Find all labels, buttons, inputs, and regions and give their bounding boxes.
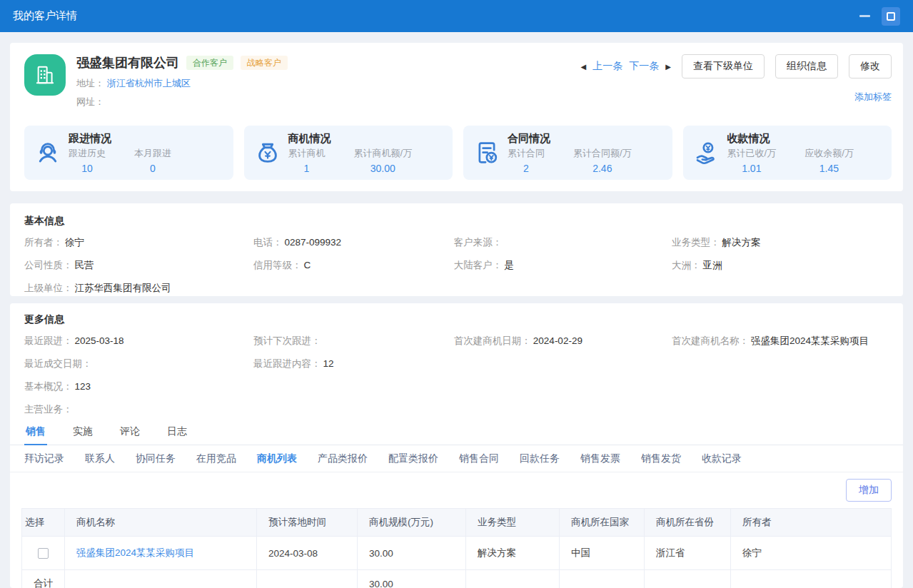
- subtab-payment-tasks[interactable]: 回款任务: [520, 452, 560, 465]
- table-row: 强盛集团2024某某采购项目 2024-03-08 30.00 解决方案 中国 …: [22, 537, 892, 570]
- field-basic-overview: 基本概况：123: [24, 380, 889, 393]
- subtab-collab-tasks[interactable]: 协同任务: [136, 452, 176, 465]
- field-last-follow: 最近跟进：2025-03-18: [24, 334, 253, 348]
- metric-month-follow: 本月跟进 0: [134, 147, 171, 174]
- stat-cards-row: 跟进情况 跟进历史 10 本月跟进 0: [24, 126, 892, 180]
- headset-person-icon: [34, 139, 61, 166]
- card-title: 商机情况: [288, 132, 413, 146]
- cell-owner: 徐宁: [731, 537, 892, 570]
- cell-business-type: 解决方案: [466, 537, 560, 570]
- tab-comments[interactable]: 评论: [118, 420, 141, 445]
- subtab-contacts[interactable]: 联系人: [85, 452, 115, 465]
- org-info-button[interactable]: 组织信息: [775, 54, 838, 78]
- metric-total-received: 累计已收/万 1.01: [727, 147, 777, 174]
- tag-strategic-customer: 战略客户: [241, 56, 288, 70]
- building-icon: [34, 64, 56, 86]
- field-mainland-customer: 大陆客户：是: [454, 258, 672, 272]
- tab-implementation[interactable]: 实施: [71, 420, 94, 445]
- metric-total-contracts: 累计合同 2: [508, 147, 545, 174]
- subtab-opportunity-list[interactable]: 商机列表: [257, 452, 297, 465]
- cell-expected-date: 2024-03-08: [257, 537, 358, 570]
- field-business-type: 业务类型：解决方案: [672, 235, 889, 249]
- company-summary: 强盛集团有限公司 合作客户 战略客户 地址： 浙江省杭州市上城区 网址： ◀ 上…: [24, 54, 892, 108]
- field-customer-source: 客户来源：: [454, 235, 672, 249]
- subtab-sales-invoices[interactable]: 销售发票: [580, 452, 620, 465]
- prev-arrow-icon[interactable]: ◀: [581, 63, 587, 71]
- field-owner: 所有者：徐宁: [24, 235, 253, 249]
- card-title: 收款情况: [727, 132, 854, 146]
- row-checkbox[interactable]: [38, 548, 49, 559]
- address-link[interactable]: 浙江省杭州市上城区: [107, 78, 191, 88]
- contract-icon: [473, 139, 500, 166]
- field-credit-rating: 信用等级：C: [253, 258, 454, 272]
- field-first-opportunity-name: 首次建商机名称：强盛集团2024某某采购项目: [672, 334, 889, 348]
- tab-logs[interactable]: 日志: [166, 420, 188, 445]
- opportunity-table: 选择 商机名称 预计落地时间 商机规模(万元) 业务类型 商机所在国家 商机所在…: [21, 508, 892, 588]
- field-first-opportunity-date: 首次建商机日期：2024-02-29: [454, 334, 672, 348]
- total-scale: 30.00: [358, 570, 466, 588]
- tab-sales[interactable]: 销售: [24, 420, 47, 445]
- col-expected-date: 预计落地时间: [257, 509, 358, 537]
- stat-card-payment: 收款情况 累计已收/万 1.01 应收余额/万 1.45: [683, 126, 892, 180]
- field-main-business: 主营业务：: [24, 402, 889, 416]
- total-label: 合计: [22, 570, 65, 588]
- company-name: 强盛集团有限公司: [76, 54, 179, 71]
- basic-info-panel: 基本信息 所有者：徐宁 电话：0287-099932 客户来源： 业务类型：解决…: [10, 203, 903, 296]
- hand-coin-icon: [693, 139, 720, 166]
- minimize-icon[interactable]: [859, 15, 870, 17]
- cell-province: 浙江省: [645, 537, 731, 570]
- subtab-config-quotes[interactable]: 配置类报价: [388, 452, 438, 465]
- metric-total-opportunity-amount: 累计商机额/万 30.00: [354, 147, 413, 174]
- stat-card-opportunity: 商机情况 累计商机 1 累计商机额/万 30.00: [244, 126, 453, 180]
- maximize-icon[interactable]: [882, 7, 900, 26]
- add-tag-link[interactable]: 添加标签: [854, 91, 892, 102]
- col-country: 商机所在国家: [560, 509, 645, 537]
- stat-card-contract: 合同情况 累计合同 2 累计合同额/万 2.46: [463, 126, 672, 180]
- next-record-link[interactable]: 下一条: [629, 60, 659, 73]
- metric-receivable-balance: 应收余额/万 1.45: [804, 147, 854, 174]
- metric-follow-history: 跟进历史 10: [69, 147, 106, 174]
- subtab-receipt-records[interactable]: 收款记录: [702, 452, 742, 465]
- col-scale: 商机规模(万元): [358, 509, 466, 537]
- subtab-visit-records[interactable]: 拜访记录: [24, 452, 64, 465]
- window-title: 我的客户详情: [13, 9, 859, 23]
- add-button[interactable]: 增加: [846, 479, 892, 502]
- company-avatar: [24, 54, 66, 96]
- cell-country: 中国: [560, 537, 645, 570]
- titlebar: 我的客户详情: [0, 0, 913, 32]
- more-info-panel: 更多信息 最近跟进：2025-03-18 预计下次跟进： 首次建商机日期：202…: [10, 303, 903, 588]
- col-opportunity-name: 商机名称: [65, 509, 257, 537]
- subtab-product-quotes[interactable]: 产品类报价: [318, 452, 368, 465]
- col-province: 商机所在省份: [645, 509, 731, 537]
- subtab-sales-shipments[interactable]: 销售发货: [641, 452, 681, 465]
- field-last-deal-date: 最近成交日期：: [24, 357, 253, 370]
- subtab-sales-contracts[interactable]: 销售合同: [459, 452, 499, 465]
- window-controls: [859, 7, 900, 26]
- more-info-title: 更多信息: [24, 313, 889, 326]
- field-company-nature: 公司性质：民营: [24, 258, 253, 272]
- sub-tabs: 拜访记录 联系人 协同任务 在用竞品 商机列表 产品类报价 配置类报价 销售合同…: [10, 445, 903, 472]
- view-sub-units-button[interactable]: 查看下级单位: [682, 54, 765, 78]
- card-title: 合同情况: [508, 132, 632, 146]
- field-parent-unit: 上级单位：江苏华西集团有限公司: [24, 281, 889, 295]
- field-phone: 电话：0287-099932: [253, 235, 454, 249]
- col-select: 选择: [22, 509, 65, 537]
- metric-total-contract-amount: 累计合同额/万 2.46: [573, 147, 632, 174]
- field-continent: 大洲：亚洲: [672, 258, 889, 272]
- field-next-follow: 预计下次跟进：: [253, 334, 454, 348]
- metric-total-opportunities: 累计商机 1: [288, 147, 326, 174]
- col-owner: 所有者: [731, 509, 892, 537]
- website-label: 网址：: [76, 96, 104, 107]
- basic-info-title: 基本信息: [24, 215, 889, 228]
- cell-scale: 30.00: [358, 537, 466, 570]
- money-bag-icon: [254, 139, 281, 166]
- stat-card-followup: 跟进情况 跟进历史 10 本月跟进 0: [24, 126, 233, 180]
- edit-button[interactable]: 修改: [849, 54, 892, 78]
- next-arrow-icon[interactable]: ▶: [665, 63, 671, 71]
- field-last-follow-content: 最近跟进内容：12: [253, 357, 454, 370]
- table-total-row: 合计 30.00: [22, 570, 892, 588]
- opportunity-name-link[interactable]: 强盛集团2024某某采购项目: [76, 547, 194, 558]
- customer-header-panel: 强盛集团有限公司 合作客户 战略客户 地址： 浙江省杭州市上城区 网址： ◀ 上…: [10, 43, 903, 191]
- prev-record-link[interactable]: 上一条: [592, 60, 622, 73]
- subtab-competitors[interactable]: 在用竞品: [196, 452, 236, 465]
